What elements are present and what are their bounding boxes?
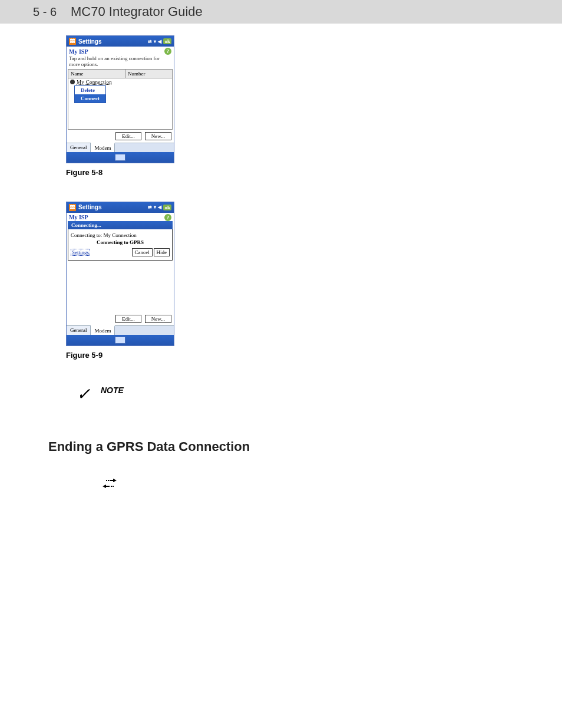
data-arrows-icon <box>103 478 529 493</box>
svg-rect-0 <box>106 480 107 481</box>
windows-start-icon[interactable] <box>69 204 76 211</box>
keyboard-icon[interactable] <box>115 337 125 344</box>
windows-start-icon[interactable] <box>69 38 76 45</box>
note-block: ✓ NOTE <box>77 384 529 404</box>
ok-button[interactable]: ok <box>163 38 171 44</box>
menu-connect[interactable]: Connect <box>75 94 105 103</box>
title-bar-text: Settings <box>78 204 101 210</box>
cancel-button[interactable]: Cancel <box>132 248 153 256</box>
column-number[interactable]: Number <box>125 70 172 78</box>
keyboard-icon[interactable] <box>115 154 125 161</box>
popup-line1: Connecting to: My Connection <box>71 232 170 239</box>
svg-rect-2 <box>110 480 113 481</box>
new-button[interactable]: New... <box>145 315 171 323</box>
signal-icon: ▾ <box>154 205 156 210</box>
menu-delete[interactable]: Delete <box>75 86 105 94</box>
tab-bar: General Modem <box>67 325 174 335</box>
note-label: NOTE <box>101 386 124 395</box>
help-icon[interactable]: ? <box>164 48 171 55</box>
context-menu: Delete Connect <box>74 85 106 103</box>
title-bar: Settings ⇄ ▾ ◀ ok <box>67 202 174 213</box>
hint-text: Tap and hold on an existing connection f… <box>67 56 174 69</box>
new-button[interactable]: New... <box>145 132 171 140</box>
tab-modem[interactable]: Modem <box>91 325 115 335</box>
connection-label: My Connection <box>77 79 112 85</box>
title-bar-text: Settings <box>78 38 101 45</box>
speaker-icon: ◀ <box>158 39 161 44</box>
svg-rect-4 <box>111 486 112 487</box>
screen-title: My ISP <box>69 214 88 220</box>
document-title: MC70 Integrator Guide <box>71 5 203 18</box>
tab-modem[interactable]: Modem <box>91 143 115 152</box>
popup-line2: Connecting to GPRS <box>71 239 170 246</box>
connectivity-icon: ⇄ <box>148 205 152 210</box>
signal-icon: ▾ <box>154 39 156 44</box>
screenshot-figure-5-8: Settings ⇄ ▾ ◀ ok My ISP ? Tap and hold … <box>66 35 174 163</box>
tab-general[interactable]: General <box>67 326 91 335</box>
connectivity-icon: ⇄ <box>148 39 152 44</box>
popup-title: Connecting... <box>68 221 173 229</box>
section-heading: Ending a GPRS Data Connection <box>48 439 529 454</box>
svg-rect-5 <box>113 486 114 487</box>
empty-area <box>67 261 174 312</box>
column-name[interactable]: Name <box>68 70 125 78</box>
connection-row[interactable]: My Connection <box>68 78 172 85</box>
popup-body: Connecting to: My Connection Connecting … <box>68 229 173 261</box>
edit-button[interactable]: Edit... <box>115 132 141 140</box>
connections-table: Name Number My Connection Delete Connect <box>68 69 173 130</box>
screen-title: My ISP <box>69 48 88 55</box>
bottom-bar <box>67 152 174 163</box>
page-number: 5 - 6 <box>33 6 57 18</box>
checkmark-icon: ✓ <box>77 384 90 404</box>
speaker-icon: ◀ <box>158 205 161 210</box>
settings-link[interactable]: Settings <box>71 249 90 256</box>
page-header: 5 - 6 MC70 Integrator Guide <box>0 0 562 24</box>
svg-marker-3 <box>113 479 117 482</box>
bottom-bar <box>67 335 174 345</box>
svg-rect-6 <box>106 486 110 487</box>
svg-marker-7 <box>103 485 106 488</box>
figure-caption-5-8: Figure 5-8 <box>66 168 529 177</box>
status-icons: ⇄ ▾ ◀ <box>148 205 161 210</box>
svg-rect-1 <box>108 480 109 481</box>
edit-button[interactable]: Edit... <box>115 315 141 323</box>
connection-icon <box>70 80 75 84</box>
tab-bar: General Modem <box>67 143 174 152</box>
screenshot-figure-5-9: Settings ⇄ ▾ ◀ ok My ISP ? Connecting...… <box>66 202 174 346</box>
title-bar: Settings ⇄ ▾ ◀ ok <box>67 36 174 47</box>
ok-button[interactable]: ok <box>163 205 171 210</box>
hide-button[interactable]: Hide <box>154 248 170 256</box>
figure-caption-5-9: Figure 5-9 <box>66 351 529 360</box>
help-icon[interactable]: ? <box>164 214 171 221</box>
status-icons: ⇄ ▾ ◀ <box>148 39 161 44</box>
tab-general[interactable]: General <box>67 143 91 152</box>
